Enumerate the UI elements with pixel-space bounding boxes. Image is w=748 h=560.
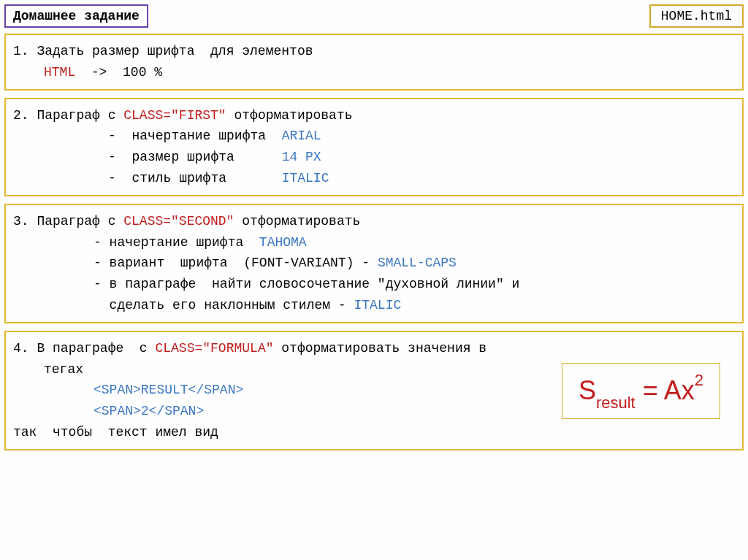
task3-bullet-c: - в параграфе найти словосочетание "духо… xyxy=(94,277,519,291)
task1-line1: 1. Задать размер шрифта для элементов xyxy=(13,41,735,62)
task4-class-keyword: CLASS="FORMULA" xyxy=(155,341,273,356)
task4-text1: В параграфе с xyxy=(37,341,155,356)
task4-line5: так чтобы текст имел вид xyxy=(13,422,735,443)
formula-subscript: result xyxy=(596,394,636,412)
task2-value-italic: ITALIC xyxy=(282,171,329,185)
filename-label: HOME.html xyxy=(649,4,744,28)
task3-text1: Параграф с xyxy=(37,214,123,229)
page-title: Домашнее задание xyxy=(4,4,148,28)
task3-bullet-d: сделать его наклонным стилем - xyxy=(94,298,354,312)
task3-value-italic: ITALIC xyxy=(354,298,401,312)
task-box-3: 3. Параграф с CLASS="SECOND" отформатиро… xyxy=(4,204,744,323)
task1-arrow: -> xyxy=(75,65,123,80)
task4-text2: отформатировать значения в xyxy=(273,341,486,356)
formula-eq: = Ax xyxy=(636,375,695,405)
task3-class-keyword: CLASS="SECOND" xyxy=(123,214,234,229)
task3-bullet-a: - начертание шрифта xyxy=(94,235,259,250)
task1-text1: Задать размер шрифта для элементов xyxy=(37,44,313,58)
task3-line4: - в параграфе найти словосочетание "духо… xyxy=(13,274,735,295)
task2-class-keyword: CLASS="FIRST" xyxy=(123,108,226,123)
task2-line3: - размер шрифта 14 PX xyxy=(13,147,735,168)
task4-number: 4. xyxy=(13,341,29,356)
task1-html-keyword: HTML xyxy=(44,65,75,80)
task2-number: 2. xyxy=(13,108,29,123)
task1-percent: 100 % xyxy=(123,65,162,80)
task1-line2: HTML -> 100 % xyxy=(13,62,735,83)
task2-line2: - начертание шрифта ARIAL xyxy=(13,126,735,147)
task-box-4: 4. В параграфе с CLASS="FORMULA" отформа… xyxy=(4,331,744,450)
task4-span1: <SPAN>RESULT</SPAN> xyxy=(94,383,243,397)
task2-bullet-a: - начертание шрифта xyxy=(108,129,282,143)
task3-value-tahoma: TAHOMA xyxy=(259,235,307,250)
task2-text1: Параграф с xyxy=(37,108,123,123)
task2-value-arial: ARIAL xyxy=(282,129,321,143)
task2-line4: - стиль шрифта ITALIC xyxy=(13,168,735,189)
task3-value-smallcaps: SMALL-CAPS xyxy=(378,256,457,270)
task3-text2: отформатировать xyxy=(234,214,360,229)
task2-bullet-b: - размер шрифта xyxy=(108,150,282,164)
task3-bullet-b: - вариант шрифта (FONT-VARIANT) - xyxy=(94,256,378,270)
task4-text4: так чтобы текст имел вид xyxy=(13,425,218,440)
task2-text2: отформатировать xyxy=(226,108,353,123)
header-row: Домашнее задание HOME.html xyxy=(4,4,744,28)
task3-line1: 3. Параграф с CLASS="SECOND" отформатиро… xyxy=(13,211,735,232)
task1-number: 1. xyxy=(13,44,29,58)
task2-line1: 2. Параграф с CLASS="FIRST" отформатиров… xyxy=(13,105,735,126)
task3-line5: сделать его наклонным стилем - ITALIC xyxy=(13,295,735,316)
task3-line3: - вариант шрифта (FONT-VARIANT) - SMALL-… xyxy=(13,253,735,274)
task-box-2: 2. Параграф с CLASS="FIRST" отформатиров… xyxy=(4,98,744,196)
formula-S: S xyxy=(579,375,596,405)
formula-superscript: 2 xyxy=(695,371,703,389)
task4-span2: <SPAN>2</SPAN> xyxy=(94,404,204,418)
formula-box: Sresult = Ax2 xyxy=(562,363,720,419)
task2-value-14px: 14 PX xyxy=(282,150,321,164)
task4-line1: 4. В параграфе с CLASS="FORMULA" отформа… xyxy=(13,338,735,359)
task3-line2: - начертание шрифта TAHOMA xyxy=(13,232,735,253)
task3-number: 3. xyxy=(13,214,29,229)
task4-text3: тегах xyxy=(44,362,83,377)
task2-bullet-c: - стиль шрифта xyxy=(108,171,282,185)
task-box-1: 1. Задать размер шрифта для элементов HT… xyxy=(4,34,744,91)
